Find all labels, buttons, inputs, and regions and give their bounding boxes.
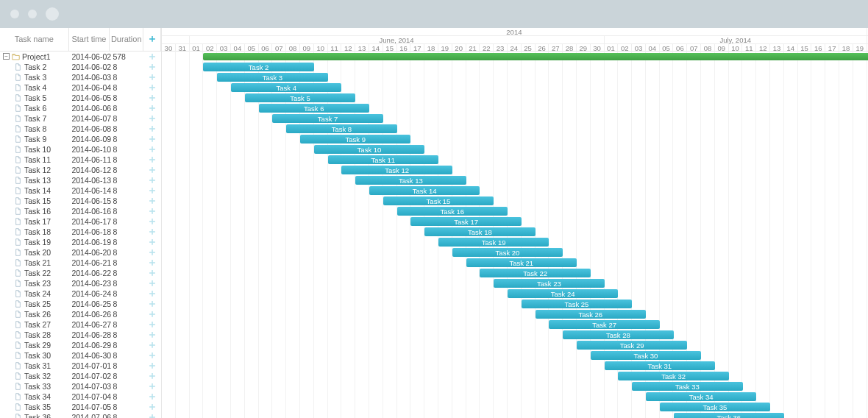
gantt-task-bar[interactable]: Task 8 (286, 124, 396, 133)
gantt-task-bar[interactable]: Task 23 (494, 279, 604, 288)
task-row[interactable]: Task 172014-06-178＋ (0, 216, 161, 227)
timeline-month-row: June, 2014July, 2014 (162, 36, 868, 44)
gantt-task-bar[interactable]: Task 7 (272, 114, 383, 123)
gantt-project-bar[interactable] (203, 53, 868, 60)
gantt-task-bar[interactable]: Task 29 (577, 341, 687, 350)
task-row[interactable]: Task 272014-06-278＋ (0, 319, 161, 330)
task-name-label: Task 20 (24, 248, 51, 257)
task-row-project[interactable]: −Project12014-06-02578＋ (0, 52, 161, 62)
gantt-bar-label: Task 7 (318, 115, 338, 123)
gantt-task-bar[interactable]: Task 26 (536, 310, 646, 319)
task-row[interactable]: Task 32014-06-038＋ (0, 72, 161, 82)
task-duration-label: 8 (110, 155, 143, 164)
timeline-day-cell: 10 (314, 44, 328, 52)
task-row[interactable]: Task 22014-06-028＋ (0, 62, 161, 72)
task-row[interactable]: Task 42014-06-048＋ (0, 82, 161, 93)
gantt-task-bar[interactable]: Task 16 (397, 207, 508, 216)
timeline-day-cell: 08 (701, 44, 715, 52)
task-row[interactable]: Task 112014-06-118＋ (0, 155, 161, 165)
gantt-task-bar[interactable]: Task 13 (355, 176, 466, 185)
column-header-duration[interactable]: Duration (110, 28, 143, 51)
gantt-task-bar[interactable]: Task 9 (300, 135, 410, 144)
task-row[interactable]: Task 142014-06-148＋ (0, 185, 161, 196)
task-start-label: 2014-06-12 (68, 166, 110, 174)
task-row[interactable]: Task 152014-06-158＋ (0, 196, 161, 206)
gantt-task-bar[interactable]: Task 34 (646, 392, 756, 401)
timeline-year-row: 2014 (162, 28, 868, 36)
gantt-task-bar[interactable]: Task 17 (410, 217, 521, 226)
task-row[interactable]: Task 352014-07-058＋ (0, 402, 161, 412)
gantt-bar-label: Task 4 (276, 84, 296, 92)
gantt-task-bar[interactable]: Task 30 (591, 351, 701, 360)
gantt-task-bar[interactable]: Task 20 (452, 248, 563, 257)
task-row[interactable]: Task 182014-06-188＋ (0, 227, 161, 237)
task-row[interactable]: Task 92014-06-098＋ (0, 134, 161, 144)
gantt-chart-area[interactable]: Task 2Task 3Task 4Task 5Task 6Task 7Task… (162, 52, 868, 418)
task-name-label: Task 18 (24, 227, 51, 236)
gantt-task-bar[interactable]: Task 21 (466, 258, 577, 267)
column-header-name[interactable]: Task name (0, 28, 69, 51)
tree-collapse-icon[interactable]: − (3, 53, 10, 60)
gantt-task-bar[interactable]: Task 2 (203, 63, 313, 71)
task-row[interactable]: Task 222014-06-228＋ (0, 268, 161, 278)
task-row[interactable]: Task 282014-06-288＋ (0, 330, 161, 340)
gantt-task-bar[interactable]: Task 5 (245, 93, 355, 102)
gantt-task-bar[interactable]: Task 22 (480, 269, 590, 277)
task-row[interactable]: Task 302014-06-308＋ (0, 350, 161, 361)
column-header-start[interactable]: Start time (69, 28, 110, 51)
task-row[interactable]: Task 62014-06-068＋ (0, 103, 161, 113)
task-row[interactable]: Task 82014-06-088＋ (0, 124, 161, 134)
timeline-day-cell: 05 (660, 44, 674, 52)
task-row[interactable]: Task 162014-06-168＋ (0, 206, 161, 216)
task-row[interactable]: Task 232014-06-238＋ (0, 278, 161, 288)
task-row[interactable]: Task 132014-06-138＋ (0, 175, 161, 185)
window-control-dot[interactable] (46, 7, 59, 21)
task-duration-label: 8 (110, 382, 143, 391)
gantt-task-bar[interactable]: Task 14 (369, 186, 480, 195)
column-header-add[interactable]: ＋ (143, 28, 161, 51)
task-row[interactable]: Task 252014-06-258＋ (0, 299, 161, 309)
task-start-label: 2014-06-15 (68, 196, 110, 205)
task-row[interactable]: Task 292014-06-298＋ (0, 340, 161, 350)
window-control-dot[interactable] (10, 10, 19, 18)
gantt-task-bar[interactable]: Task 11 (328, 155, 438, 164)
gantt-task-bar[interactable]: Task 15 (383, 196, 494, 205)
task-row[interactable]: Task 362014-07-068＋ (0, 412, 161, 418)
task-row[interactable]: Task 262014-06-268＋ (0, 309, 161, 319)
gantt-task-bar[interactable]: Task 33 (632, 382, 742, 391)
task-row[interactable]: Task 242014-06-248＋ (0, 288, 161, 299)
gantt-task-bar[interactable]: Task 24 (508, 289, 618, 298)
file-icon (14, 84, 22, 91)
gantt-task-bar[interactable]: Task 4 (231, 83, 341, 92)
gantt-task-bar[interactable]: Task 6 (259, 104, 369, 113)
window-control-dot[interactable] (28, 10, 37, 18)
gantt-task-bar[interactable]: Task 31 (605, 361, 715, 370)
gantt-task-bar[interactable]: Task 28 (563, 330, 673, 339)
gantt-task-bar[interactable]: Task 18 (424, 227, 535, 236)
gantt-task-bar[interactable]: Task 12 (341, 166, 452, 174)
timeline-month-cell: June, 2014 (190, 36, 605, 43)
gantt-task-bar[interactable]: Task 10 (314, 145, 424, 154)
task-row[interactable]: Task 102014-06-108＋ (0, 144, 161, 155)
task-row[interactable]: Task 312014-07-018＋ (0, 361, 161, 371)
task-row[interactable]: Task 322014-07-028＋ (0, 371, 161, 381)
plus-icon[interactable]: ＋ (147, 32, 157, 46)
gantt-task-bar[interactable]: Task 19 (438, 238, 549, 247)
task-row[interactable]: Task 192014-06-198＋ (0, 237, 161, 247)
task-row[interactable]: Task 342014-07-048＋ (0, 392, 161, 402)
gantt-task-bar[interactable]: Task 36 (674, 413, 784, 418)
gantt-task-bar[interactable]: Task 27 (549, 320, 659, 329)
task-row[interactable]: Task 332014-07-038＋ (0, 381, 161, 392)
gantt-task-bar[interactable]: Task 25 (522, 300, 632, 308)
task-row[interactable]: Task 212014-06-218＋ (0, 258, 161, 268)
gantt-task-bar[interactable]: Task 32 (618, 372, 728, 380)
task-row[interactable]: Task 52014-06-058＋ (0, 93, 161, 103)
timeline-day-cell: 13 (355, 44, 369, 52)
plus-icon[interactable]: ＋ (147, 411, 157, 418)
gantt-task-bar[interactable]: Task 3 (217, 73, 327, 82)
task-row[interactable]: Task 122014-06-128＋ (0, 165, 161, 175)
timeline-day-cell: 31 (176, 44, 190, 52)
task-row[interactable]: Task 72014-06-078＋ (0, 113, 161, 124)
gantt-task-bar[interactable]: Task 35 (660, 403, 770, 411)
task-row[interactable]: Task 202014-06-208＋ (0, 247, 161, 258)
